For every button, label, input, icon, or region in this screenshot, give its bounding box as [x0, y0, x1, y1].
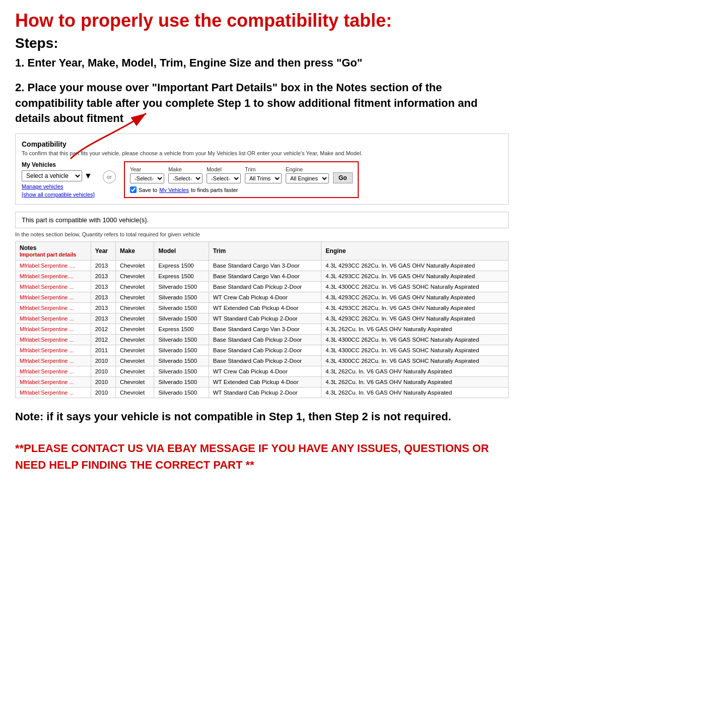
engine-select[interactable]: All Engines	[286, 173, 329, 183]
model-cell: Silverado 1500	[154, 335, 209, 345]
engine-cell: 4.3L 4300CC 262Cu. In. V6 GAS SOHC Natur…	[321, 335, 509, 345]
year-cell: 2010	[91, 356, 115, 366]
model-cell: Express 1500	[154, 324, 209, 335]
model-select[interactable]: -Select-	[207, 173, 241, 183]
table-row: Mfrlabel:Serpentine ...2010ChevroletSilv…	[16, 377, 509, 388]
compatible-count-box: This part is compatible with 1000 vehicl…	[15, 212, 509, 228]
contact-section: **PLEASE CONTACT US VIA EBAY MESSAGE IF …	[15, 440, 509, 473]
make-cell: Chevrolet	[115, 356, 154, 366]
model-label: Model	[207, 166, 241, 172]
engine-cell: 4.3L 4293CC 262Cu. In. V6 GAS OHV Natura…	[321, 303, 509, 313]
col-year: Year	[91, 242, 115, 261]
table-row: Mfrlabel:Serpentine ...2013ChevroletSilv…	[16, 313, 509, 324]
engine-cell: 4.3L 262Cu. In. V6 GAS OHV Naturally Asp…	[321, 388, 509, 398]
table-row: Mfrlabel:Serpentine ...2013ChevroletSilv…	[16, 282, 509, 292]
engine-cell: 4.3L 262Cu. In. V6 GAS OHV Naturally Asp…	[321, 377, 509, 388]
table-row: Mfrlabel:Serpentine ....2013ChevroletExp…	[16, 261, 509, 271]
trim-cell: WT Standard Cab Pickup 2-Door	[209, 388, 321, 398]
model-cell: Silverado 1500	[154, 282, 209, 292]
trim-cell: WT Standard Cab Pickup 2-Door	[209, 313, 321, 324]
trim-cell: Base Standard Cab Pickup 2-Door	[209, 282, 321, 292]
manage-vehicles-link[interactable]: Manage vehicles	[22, 183, 95, 189]
col-trim: Trim	[209, 242, 321, 261]
table-row: Mfrlabel:Serpentine ...2013ChevroletSilv…	[16, 292, 509, 303]
show-compatible-link[interactable]: [show all compatible vehicles]	[22, 192, 95, 198]
notes-cell: Mfrlabel:Serpentine ....	[16, 261, 91, 271]
model-cell: Express 1500	[154, 261, 209, 271]
notes-cell: Mfrlabel:Serpentine ...	[16, 324, 91, 335]
notes-cell: Mfrlabel:Serpentine ...	[16, 292, 91, 303]
quantity-note: In the notes section below, Quantity ref…	[15, 231, 509, 237]
engine-cell: 4.3L 262Cu. In. V6 GAS OHV Naturally Asp…	[321, 366, 509, 377]
save-suffix: to finds parts faster	[191, 187, 238, 193]
notes-cell: Mfrlabel:Serpentine ...	[16, 388, 91, 398]
trim-cell: Base Standard Cab Pickup 2-Door	[209, 335, 321, 345]
engine-field: Engine All Engines	[286, 166, 329, 183]
make-cell: Chevrolet	[115, 335, 154, 345]
compatibility-subtitle: To confirm that this part fits your vehi…	[22, 150, 502, 156]
make-cell: Chevrolet	[115, 377, 154, 388]
save-checkbox[interactable]	[130, 186, 137, 193]
col-make: Make	[115, 242, 154, 261]
year-select[interactable]: -Select-	[130, 173, 164, 183]
trim-cell: Base Standard Cargo Van 3-Door	[209, 324, 321, 335]
model-cell: Silverado 1500	[154, 388, 209, 398]
my-vehicles-save-link[interactable]: My Vehicles	[159, 187, 189, 193]
engine-cell: 4.3L 4293CC 262Cu. In. V6 GAS OHV Natura…	[321, 292, 509, 303]
col-engine: Engine	[321, 242, 509, 261]
trim-cell: Base Standard Cab Pickup 2-Door	[209, 356, 321, 366]
notes-cell: Mfrlabel:Serpentine ...	[16, 377, 91, 388]
notes-cell: Mfrlabel:Serpentine ...	[16, 303, 91, 313]
compatibility-box: Compatibility To confirm that this part …	[15, 134, 509, 205]
engine-label: Engine	[286, 166, 329, 172]
model-cell: Silverado 1500	[154, 356, 209, 366]
make-select[interactable]: -Select-	[168, 173, 203, 183]
notes-cell: Mfrlabel:Serpentine ...	[16, 313, 91, 324]
vehicle-select[interactable]: Select a vehicle	[22, 170, 82, 181]
step2-text: 2. Place your mouse over "Important Part…	[15, 80, 509, 126]
make-cell: Chevrolet	[115, 313, 154, 324]
model-cell: Silverado 1500	[154, 303, 209, 313]
year-cell: 2013	[91, 261, 115, 271]
step1-text: 1. Enter Year, Make, Model, Trim, Engine…	[15, 55, 713, 71]
engine-cell: 4.3L 262Cu. In. V6 GAS OHV Naturally Asp…	[321, 324, 509, 335]
table-row: Mfrlabel:Serpentine ...2010ChevroletSilv…	[16, 388, 509, 398]
year-cell: 2012	[91, 335, 115, 345]
model-cell: Silverado 1500	[154, 377, 209, 388]
table-row: Mfrlabel:Serpentine ...2010ChevroletSilv…	[16, 356, 509, 366]
engine-cell: 4.3L 4300CC 262Cu. In. V6 GAS SOHC Natur…	[321, 345, 509, 356]
make-label: Make	[168, 166, 203, 172]
notes-cell: Mfrlabel:Serpentine ...	[16, 335, 91, 345]
save-text: Save to	[139, 187, 157, 193]
trim-cell: WT Extended Cab Pickup 4-Door	[209, 377, 321, 388]
trim-field: Trim All Trims	[245, 166, 282, 183]
notes-cell: Mfrlabel:Serpentine....	[16, 271, 91, 282]
table-row: Mfrlabel:Serpentine ...2010ChevroletSilv…	[16, 366, 509, 377]
table-row: Mfrlabel:Serpentine ...2012ChevroletExpr…	[16, 324, 509, 335]
make-cell: Chevrolet	[115, 261, 154, 271]
model-cell: Silverado 1500	[154, 345, 209, 356]
engine-cell: 4.3L 4300CC 262Cu. In. V6 GAS SOHC Natur…	[321, 282, 509, 292]
notes-cell: Mfrlabel:Serpentine ...	[16, 345, 91, 356]
compatibility-table: Notes Important part details Year Make M…	[15, 241, 509, 398]
year-cell: 2010	[91, 388, 115, 398]
year-field: Year -Select-	[130, 166, 164, 183]
trim-label: Trim	[245, 166, 282, 172]
go-button[interactable]: Go	[333, 172, 353, 183]
main-title: How to properly use the compatibility ta…	[15, 10, 713, 31]
trim-cell: Base Standard Cargo Van 3-Door	[209, 261, 321, 271]
trim-cell: WT Extended Cab Pickup 4-Door	[209, 303, 321, 313]
my-vehicles-label: My Vehicles	[22, 161, 95, 168]
make-cell: Chevrolet	[115, 324, 154, 335]
steps-heading: Steps:	[15, 35, 713, 51]
col-notes: Notes Important part details	[16, 242, 91, 261]
year-cell: 2013	[91, 282, 115, 292]
year-cell: 2011	[91, 345, 115, 356]
model-field: Model -Select-	[207, 166, 241, 183]
ymm-form: Year -Select- Make -Select- Model	[124, 161, 359, 198]
make-cell: Chevrolet	[115, 388, 154, 398]
trim-select[interactable]: All Trims	[245, 173, 282, 183]
engine-cell: 4.3L 4300CC 262Cu. In. V6 GAS SOHC Natur…	[321, 356, 509, 366]
important-label: Important part details	[20, 251, 87, 258]
model-cell: Express 1500	[154, 271, 209, 282]
